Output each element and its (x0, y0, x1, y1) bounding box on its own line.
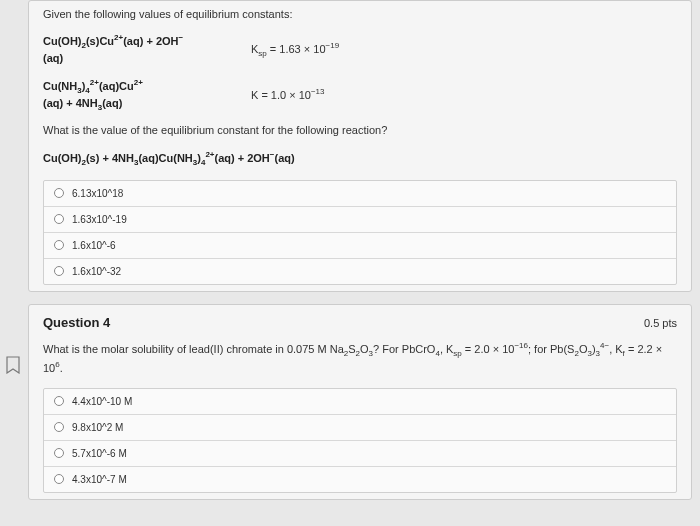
radio-icon (54, 448, 64, 458)
question-4-title: Question 4 (43, 315, 110, 330)
question-4-card: Question 4 0.5 pts What is the molar sol… (28, 304, 692, 500)
radio-icon (54, 188, 64, 198)
radio-icon (54, 266, 64, 276)
q4-choice-a[interactable]: 4.4x10^-10 M (44, 389, 676, 415)
radio-icon (54, 474, 64, 484)
choice-label: 6.13x10^18 (72, 188, 123, 199)
rxn1-line2: (aq) (43, 51, 243, 66)
choice-label: 1.63x10^-19 (72, 214, 127, 225)
q3-choice-a[interactable]: 6.13x10^18 (44, 181, 676, 207)
choice-label: 5.7x10^-6 M (72, 448, 127, 459)
rxn2-line1: Cu(NH3)42+(aq)Cu2+ (43, 77, 243, 96)
choice-label: 1.6x10^-32 (72, 266, 121, 277)
radio-icon (54, 396, 64, 406)
intro-text: Given the following values of equilibriu… (43, 7, 677, 22)
page: Given the following values of equilibriu… (0, 0, 700, 500)
target-reaction: Cu(OH)2(s) + 4NH3(aq)Cu(NH3)42+(aq) + 2O… (43, 149, 677, 168)
reaction-2: Cu(NH3)42+(aq)Cu2+ (aq) + 4NH3(aq) K = 1… (43, 77, 677, 113)
q3-choices: 6.13x10^18 1.63x10^-19 1.6x10^-6 1.6x10^… (43, 180, 677, 285)
rxn2-k: K = 1.0 × 10−13 (251, 86, 325, 103)
radio-icon (54, 422, 64, 432)
rxn1-line1: Cu(OH)2(s)Cu2+(aq) + 2OH− (43, 32, 243, 51)
radio-icon (54, 240, 64, 250)
q3-choice-b[interactable]: 1.63x10^-19 (44, 207, 676, 233)
q3-choice-c[interactable]: 1.6x10^-6 (44, 233, 676, 259)
question-3-card: Given the following values of equilibriu… (28, 0, 692, 292)
q4-choice-c[interactable]: 5.7x10^-6 M (44, 441, 676, 467)
question-4-points: 0.5 pts (644, 317, 677, 329)
q4-prompt: What is the molar solubility of lead(II)… (43, 340, 677, 376)
reaction-1: Cu(OH)2(s)Cu2+(aq) + 2OH− (aq) Ksp = 1.6… (43, 32, 677, 66)
q4-choice-b[interactable]: 9.8x10^2 M (44, 415, 676, 441)
radio-icon (54, 214, 64, 224)
q4-choice-d[interactable]: 4.3x10^-7 M (44, 467, 676, 492)
q3-choice-d[interactable]: 1.6x10^-32 (44, 259, 676, 284)
choice-label: 4.3x10^-7 M (72, 474, 127, 485)
rxn2-line2: (aq) + 4NH3(aq) (43, 96, 243, 113)
question-prompt: What is the value of the equilibrium con… (43, 123, 677, 138)
choice-label: 1.6x10^-6 (72, 240, 116, 251)
choice-label: 4.4x10^-10 M (72, 396, 132, 407)
bookmark-icon[interactable] (6, 356, 20, 374)
rxn1-k: Ksp = 1.63 × 10−19 (251, 40, 339, 59)
q4-choices: 4.4x10^-10 M 9.8x10^2 M 5.7x10^-6 M 4.3x… (43, 388, 677, 493)
choice-label: 9.8x10^2 M (72, 422, 123, 433)
